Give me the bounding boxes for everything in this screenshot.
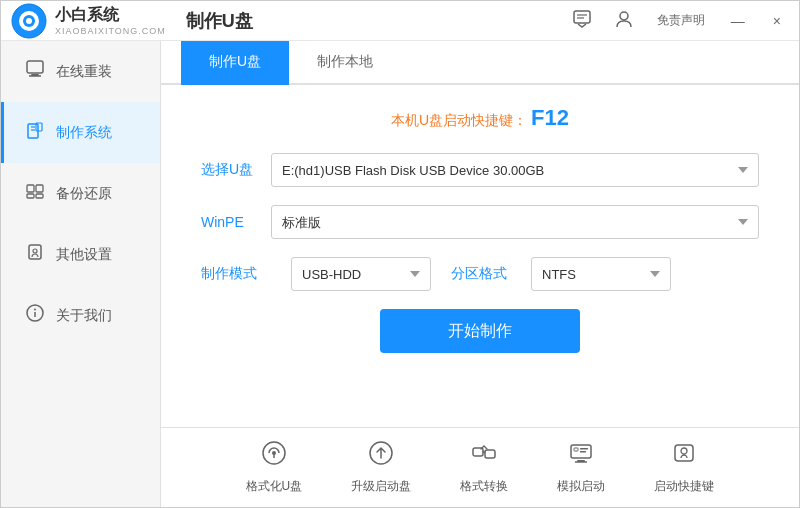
- shortcut-hint: 本机U盘启动快捷键： F12: [201, 105, 759, 131]
- online-reinstall-icon: [24, 59, 46, 84]
- usb-select-label: 选择U盘: [201, 161, 271, 179]
- tool-format-usb-label: 格式化U盘: [246, 478, 303, 495]
- sidebar-label-make-system: 制作系统: [56, 124, 112, 142]
- form-area: 本机U盘启动快捷键： F12 选择U盘 E:(hd1)USB Flash Dis…: [161, 85, 799, 427]
- shortcut-hint-text: 本机U盘启动快捷键：: [391, 112, 527, 128]
- logo-sub: XIAOBAIXITONG.COM: [55, 26, 166, 36]
- upgrade-boot-icon: [368, 440, 394, 472]
- format-usb-icon: [261, 440, 287, 472]
- partition-label: 分区格式: [451, 265, 511, 283]
- boot-shortcut-icon: [671, 440, 697, 472]
- tool-boot-shortcut[interactable]: 启动快捷键: [654, 440, 714, 495]
- sidebar-item-backup-restore[interactable]: 备份还原: [1, 163, 160, 224]
- titlebar: 小白系统 XIAOBAIXITONG.COM 制作U盘 免责声明 — ×: [1, 1, 799, 41]
- other-settings-icon: [24, 242, 46, 267]
- disclaimer-btn[interactable]: 免责声明: [651, 10, 711, 31]
- usb-select-row: 选择U盘 E:(hd1)USB Flash Disk USB Device 30…: [201, 153, 759, 187]
- tool-format-convert-label: 格式转换: [460, 478, 508, 495]
- tool-boot-shortcut-label: 启动快捷键: [654, 478, 714, 495]
- shortcut-key: F12: [531, 105, 569, 130]
- svg-rect-19: [29, 245, 41, 259]
- svg-point-23: [34, 309, 36, 311]
- svg-rect-15: [27, 185, 34, 192]
- feedback-icon[interactable]: [567, 6, 597, 36]
- logo-icon: [11, 3, 47, 39]
- tab-make-local[interactable]: 制作本地: [289, 41, 401, 85]
- main-container: 在线重装 制作系统 备份还原 其他设置 关于我们: [1, 41, 799, 507]
- tool-upgrade-boot[interactable]: 升级启动盘: [351, 440, 411, 495]
- sidebar: 在线重装 制作系统 备份还原 其他设置 关于我们: [1, 41, 161, 507]
- tabs: 制作U盘 制作本地: [161, 41, 799, 85]
- tool-simulate-boot-label: 模拟启动: [557, 478, 605, 495]
- svg-point-7: [620, 12, 628, 20]
- sidebar-label-backup-restore: 备份还原: [56, 185, 112, 203]
- mode-partition-row: 制作模式 USB-HDD 分区格式 NTFS: [201, 257, 759, 291]
- sidebar-item-make-system[interactable]: 制作系统: [1, 102, 160, 163]
- svg-rect-32: [574, 448, 578, 451]
- bottom-toolbar: 格式化U盘 升级启动盘: [161, 427, 799, 507]
- logo: 小白系统 XIAOBAIXITONG.COM: [11, 3, 166, 39]
- simulate-boot-icon: [568, 440, 594, 472]
- svg-rect-8: [27, 61, 43, 73]
- tool-format-convert[interactable]: 格式转换: [460, 440, 508, 495]
- sidebar-label-other-settings: 其他设置: [56, 246, 112, 264]
- sidebar-item-about-us[interactable]: 关于我们: [1, 285, 160, 346]
- winpe-dropdown[interactable]: 标准版: [271, 205, 759, 239]
- format-convert-icon: [471, 440, 497, 472]
- sidebar-item-online-reinstall[interactable]: 在线重装: [1, 41, 160, 102]
- sidebar-item-other-settings[interactable]: 其他设置: [1, 224, 160, 285]
- about-us-icon: [24, 303, 46, 328]
- close-button[interactable]: ×: [765, 11, 789, 31]
- logo-text: 小白系统 XIAOBAIXITONG.COM: [55, 5, 166, 36]
- mode-label: 制作模式: [201, 265, 271, 283]
- svg-rect-34: [580, 451, 586, 453]
- backup-restore-icon: [24, 181, 46, 206]
- svg-point-3: [26, 18, 32, 24]
- sidebar-label-online-reinstall: 在线重装: [56, 63, 112, 81]
- svg-rect-17: [27, 194, 34, 198]
- logo-main: 小白系统: [55, 5, 166, 26]
- svg-rect-4: [574, 11, 590, 23]
- tool-format-usb[interactable]: 格式化U盘: [246, 440, 303, 495]
- usb-select-dropdown[interactable]: E:(hd1)USB Flash Disk USB Device 30.00GB: [271, 153, 759, 187]
- svg-point-36: [681, 448, 687, 454]
- winpe-row: WinPE 标准版: [201, 205, 759, 239]
- partition-dropdown[interactable]: NTFS: [531, 257, 671, 291]
- mode-dropdown[interactable]: USB-HDD: [291, 257, 431, 291]
- tool-upgrade-boot-label: 升级启动盘: [351, 478, 411, 495]
- titlebar-controls: 免责声明 — ×: [567, 6, 789, 36]
- tool-simulate-boot[interactable]: 模拟启动: [557, 440, 605, 495]
- svg-rect-18: [36, 194, 43, 198]
- tab-make-usb[interactable]: 制作U盘: [181, 41, 289, 85]
- page-title: 制作U盘: [186, 9, 567, 33]
- svg-point-20: [33, 249, 37, 253]
- svg-point-25: [272, 451, 276, 455]
- start-button[interactable]: 开始制作: [380, 309, 580, 353]
- content: 制作U盘 制作本地 本机U盘启动快捷键： F12 选择U盘 E:(hd1)USB…: [161, 41, 799, 507]
- svg-rect-33: [580, 448, 588, 450]
- winpe-label: WinPE: [201, 214, 271, 230]
- svg-rect-28: [485, 450, 495, 458]
- user-icon[interactable]: [609, 6, 639, 36]
- svg-rect-16: [36, 185, 43, 192]
- sidebar-label-about-us: 关于我们: [56, 307, 112, 325]
- minimize-button[interactable]: —: [723, 11, 753, 31]
- make-system-icon: [24, 120, 46, 145]
